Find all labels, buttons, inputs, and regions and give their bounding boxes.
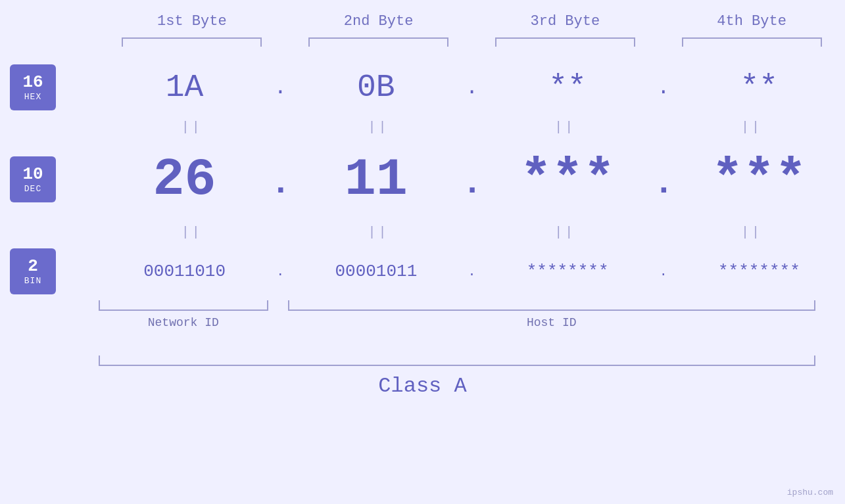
eq1-3: || — [472, 120, 659, 135]
hex-badge-num: 16 — [22, 73, 43, 92]
dec-values: 26 . 11 . *** . *** — [99, 150, 845, 210]
bracket-line-1 — [122, 37, 262, 47]
dec-dot2: . — [462, 151, 482, 208]
dec-dot1: . — [270, 151, 290, 208]
eq1-2: || — [285, 120, 472, 135]
dec-badge: 10 DEC — [10, 156, 56, 202]
bottom-labels-area: Network ID Host ID — [99, 300, 815, 353]
hex-val4: ** — [673, 70, 845, 105]
hex-dot1: . — [270, 76, 290, 100]
byte1-header: 1st Byte — [99, 13, 285, 30]
network-id-label: Network ID — [99, 316, 268, 329]
main-container: 1st Byte 2nd Byte 3rd Byte 4th Byte 16 H… — [0, 0, 845, 504]
bin-dot3: . — [654, 264, 673, 279]
bin-values: 00011010 . 00001011 . ******** . *******… — [99, 262, 845, 281]
bracket-section-1 — [99, 36, 285, 48]
dec-badge-num: 10 — [22, 165, 43, 184]
bin-val1: 00011010 — [99, 262, 270, 281]
hex-dot2: . — [462, 76, 482, 100]
bracket-line-3 — [495, 37, 635, 47]
byte-headers: 1st Byte 2nd Byte 3rd Byte 4th Byte — [99, 0, 845, 30]
bin-badge-label: BIN — [24, 276, 41, 286]
bin-dot1: . — [270, 264, 290, 279]
bin-dot2: . — [462, 264, 482, 279]
hex-val3: ** — [482, 70, 654, 105]
eq2-1: || — [99, 225, 285, 240]
byte4-header: 4th Byte — [658, 13, 845, 30]
eq2-2: || — [285, 225, 472, 240]
dec-val2: 11 — [290, 150, 462, 210]
dec-row-wrapper: 10 DEC 26 . 11 . *** . *** — [99, 140, 845, 219]
hex-values: 1A . 0B . ** . ** — [99, 70, 845, 105]
bin-badge-num: 2 — [28, 257, 38, 276]
dec-badge-label: DEC — [24, 184, 41, 194]
network-id-bracket — [99, 300, 268, 311]
eq1-4: || — [658, 120, 845, 135]
dec-val4: *** — [673, 150, 845, 210]
class-label: Class A — [0, 366, 845, 398]
host-id-bracket — [288, 300, 816, 311]
dec-dot3: . — [654, 151, 673, 208]
dec-val1: 26 — [99, 150, 270, 210]
bin-row-wrapper: 2 BIN 00011010 . 00001011 . ******** . *… — [99, 245, 845, 298]
eq2-3: || — [472, 225, 659, 240]
bin-val4: ******** — [673, 262, 845, 281]
hex-dot3: . — [654, 76, 673, 100]
top-brackets — [99, 36, 845, 48]
hex-val2: 0B — [290, 70, 462, 105]
eq2-4: || — [658, 225, 845, 240]
eq1-1: || — [99, 120, 285, 135]
byte3-header: 3rd Byte — [472, 13, 659, 30]
bracket-section-2 — [285, 36, 472, 48]
dec-val3: *** — [482, 150, 654, 210]
bin-badge: 2 BIN — [10, 248, 56, 294]
bin-val3: ******** — [482, 262, 654, 281]
hex-badge: 16 HEX — [10, 64, 56, 110]
host-id-label: Host ID — [288, 316, 816, 329]
bracket-section-4 — [658, 36, 845, 48]
bin-val2: 00001011 — [290, 262, 462, 281]
full-bottom-bracket — [99, 355, 815, 366]
equals-row-2: || || || || — [99, 219, 845, 245]
byte2-header: 2nd Byte — [285, 13, 472, 30]
bracket-section-3 — [472, 36, 659, 48]
hex-row-wrapper: 16 HEX 1A . 0B . ** . ** — [99, 61, 845, 114]
equals-row-1: || || || || — [99, 114, 845, 140]
watermark: ipshu.com — [787, 488, 833, 497]
hex-badge-label: HEX — [24, 92, 41, 102]
hex-val1: 1A — [99, 70, 270, 105]
bracket-line-4 — [682, 37, 822, 47]
bracket-line-2 — [308, 37, 448, 47]
